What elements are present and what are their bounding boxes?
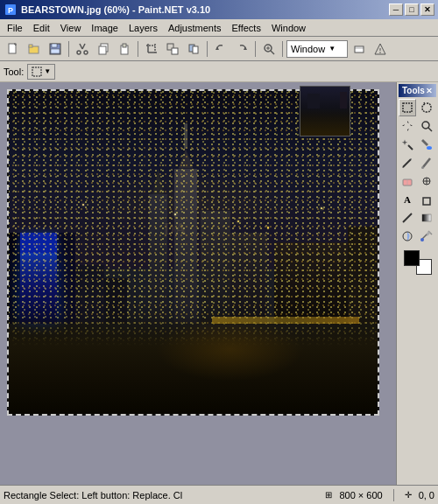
- eraser-tool[interactable]: [399, 172, 416, 190]
- svg-marker-39: [407, 121, 409, 125]
- menu-item-view[interactable]: View: [55, 21, 87, 35]
- svg-rect-14: [99, 46, 106, 54]
- window-dropdown[interactable]: Window ▼: [286, 40, 348, 58]
- recolor-tool[interactable]: [399, 228, 416, 245]
- minimize-button[interactable]: ─: [389, 4, 403, 16]
- menu-bar: FileEditViewImageLayersAdjustmentsEffect…: [0, 19, 438, 37]
- svg-point-43: [422, 122, 429, 129]
- resize-button[interactable]: [163, 39, 182, 59]
- city-night-image: DA: [9, 91, 378, 414]
- zoom-button[interactable]: [259, 39, 279, 59]
- svg-rect-36: [32, 67, 41, 76]
- move-tool[interactable]: [399, 117, 416, 135]
- toolbar-separator-3: [207, 41, 208, 57]
- brush-tool[interactable]: [418, 154, 435, 172]
- chevron-down-icon: ▼: [44, 67, 51, 75]
- toolbar-separator-2: [138, 41, 138, 57]
- tools-close-icon[interactable]: ✕: [426, 87, 433, 95]
- main-content: DA Tools ✕: [0, 82, 438, 485]
- toolbar: Window ▼: [0, 37, 438, 61]
- paint-bucket-tool[interactable]: [418, 136, 435, 153]
- image-canvas: DA: [7, 89, 379, 416]
- toolbar-separator-4: [255, 41, 256, 57]
- svg-point-46: [427, 146, 432, 150]
- svg-rect-57: [423, 198, 430, 205]
- menu-item-window[interactable]: Window: [266, 21, 311, 35]
- svg-line-10: [82, 44, 85, 49]
- cursor-position: 0, 0: [419, 490, 434, 500]
- svg-point-35: [379, 52, 381, 53]
- tools-title-label: Tools: [402, 86, 425, 95]
- svg-rect-31: [355, 46, 364, 52]
- lasso-select-tool[interactable]: [418, 99, 435, 116]
- foreground-color-swatch[interactable]: [404, 250, 420, 266]
- image-thumbnail: [300, 86, 350, 136]
- zoom-tool[interactable]: [418, 117, 435, 135]
- svg-line-28: [271, 51, 274, 54]
- tools-grid: A: [399, 99, 436, 245]
- svg-marker-41: [402, 124, 406, 126]
- pencil-tool[interactable]: [399, 154, 416, 172]
- color-swatches[interactable]: [404, 250, 432, 275]
- svg-rect-59: [422, 214, 431, 221]
- paste-button[interactable]: [115, 39, 134, 59]
- position-icon: ✛: [405, 490, 412, 500]
- svg-line-9: [80, 44, 82, 49]
- svg-text:P: P: [8, 6, 13, 15]
- menu-item-image[interactable]: Image: [86, 21, 124, 35]
- colors-section: [399, 250, 436, 275]
- toolbar-extra-2[interactable]: [371, 39, 390, 59]
- tools-panel: Tools ✕: [396, 82, 438, 485]
- tools-panel-title: Tools ✕: [399, 84, 436, 97]
- toolbar-separator-5: [282, 41, 283, 57]
- magic-wand-tool[interactable]: [399, 136, 416, 153]
- gradient-tool[interactable]: [418, 209, 435, 227]
- eyedropper-tool[interactable]: [418, 228, 435, 245]
- open-button[interactable]: [25, 39, 44, 59]
- cut-button[interactable]: [73, 39, 92, 59]
- window-title: BEARSTOWN.jpg (60%) - Paint.NET v3.10: [21, 4, 210, 15]
- svg-line-58: [403, 214, 412, 222]
- tool-selection-bar: Tool: ▼: [0, 61, 438, 82]
- line-tool[interactable]: [399, 209, 416, 227]
- title-bar: P BEARSTOWN.jpg (60%) - Paint.NET v3.10 …: [0, 0, 438, 19]
- close-button[interactable]: ✕: [420, 4, 434, 16]
- svg-rect-8: [51, 49, 60, 53]
- title-bar-left: P BEARSTOWN.jpg (60%) - Paint.NET v3.10: [4, 3, 210, 17]
- crop-button[interactable]: [142, 39, 161, 59]
- status-right: ⊞ 800 × 600 ✛ 0, 0: [325, 489, 434, 501]
- menu-item-adjustments[interactable]: Adjustments: [163, 21, 227, 35]
- rotate-button[interactable]: [184, 39, 203, 59]
- svg-line-45: [408, 145, 413, 150]
- menu-item-edit[interactable]: Edit: [28, 21, 55, 35]
- tool-selector[interactable]: ▼: [27, 64, 55, 80]
- image-dimensions: 800 × 600: [339, 490, 382, 500]
- window-dropdown-arrow: ▼: [328, 45, 336, 52]
- shapes-tool[interactable]: [418, 191, 435, 208]
- maximize-button[interactable]: □: [405, 4, 419, 16]
- svg-rect-16: [123, 44, 126, 47]
- redo-button[interactable]: [232, 39, 251, 59]
- text-tool[interactable]: A: [399, 191, 416, 208]
- svg-rect-2: [9, 44, 16, 53]
- svg-marker-42: [408, 124, 413, 126]
- copy-button[interactable]: [94, 39, 113, 59]
- status-text: Rectangle Select: Left button: Replace. …: [4, 490, 325, 500]
- rectangle-select-tool[interactable]: [399, 99, 416, 116]
- menu-item-effects[interactable]: Effects: [227, 21, 266, 35]
- menu-item-file[interactable]: File: [2, 21, 28, 35]
- save-button[interactable]: [46, 39, 65, 59]
- new-button[interactable]: [4, 39, 23, 59]
- menu-item-layers[interactable]: Layers: [124, 21, 163, 35]
- svg-rect-24: [193, 46, 198, 53]
- svg-rect-37: [403, 103, 412, 112]
- clone-stamp-tool[interactable]: [418, 172, 435, 190]
- toolbar-extra-1[interactable]: [350, 39, 369, 59]
- svg-marker-40: [407, 127, 409, 131]
- watermark-text: DA: [164, 220, 187, 239]
- svg-point-64: [420, 238, 424, 242]
- svg-point-11: [77, 51, 81, 54]
- status-divider: [393, 489, 394, 501]
- thumbnail-preview: [300, 87, 350, 136]
- undo-button[interactable]: [211, 39, 230, 59]
